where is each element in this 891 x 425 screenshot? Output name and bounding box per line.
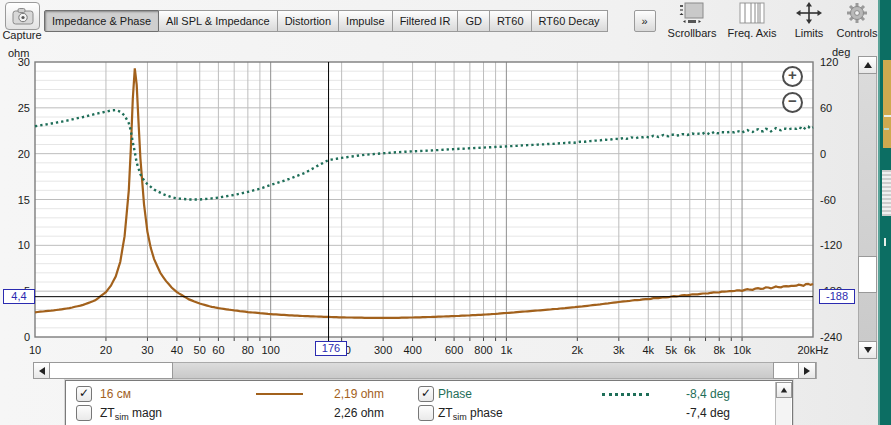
freq-axis-label: Freq. Axis [728,27,777,39]
zoom-out-button[interactable]: − [782,92,803,113]
cursor-freq-box: 176 [315,341,347,356]
scroll-up-button[interactable] [858,56,877,74]
scroll-right-button[interactable] [798,362,816,379]
capture-label: Capture [0,29,44,41]
capture-button[interactable] [5,2,40,30]
tab-impulse[interactable]: Impulse [339,10,393,32]
trace-legend-panel: ✓16 см2,19 ohm✓Phase-8,4 degZTsim magn2,… [65,380,793,425]
series-impedance [35,68,813,318]
deg-tick-label: -60 [820,194,854,206]
deg-tick-label: 120 [820,56,854,68]
toolbar: Capture Impedance & PhaseAll SPL & Imped… [0,0,878,45]
freq-tick-label: 20 [84,344,128,356]
trace-cursor-value: 2,26 ohm [334,406,384,420]
ohm-tick-label: 0 [2,331,30,343]
background-window-fragment [884,238,886,246]
trace-name: ZTsim magn [100,406,162,422]
deg-tick-label: -240 [820,331,854,343]
scroll-left-button[interactable] [33,362,50,379]
trace-name: ZTsim phase [438,406,503,422]
tab-rt60-decay[interactable]: RT60 Decay [532,10,608,32]
trace-cursor-value: -8,4 deg [686,387,730,401]
freq-tick-label: 10k [720,344,764,356]
ohm-tick-label: 15 [2,194,30,206]
freq-tick-label: 100 [249,344,293,356]
trace-line-sample [602,393,649,396]
trace-name: Phase [438,387,472,401]
tab-all-spl-impedance[interactable]: All SPL & Impedance [159,10,278,32]
graph-tab-bar: Impedance & PhaseAll SPL & ImpedanceDist… [44,10,656,32]
cursor-ohm-box: 4,4 [3,289,35,304]
rew-measurement-window: Capture Impedance & PhaseAll SPL & Imped… [0,0,891,425]
trace-checkbox-left-0[interactable]: ✓ [76,386,92,402]
limits-icon [796,2,822,24]
freq-tick-label: 10 [13,344,57,356]
freq-tick-label: 1k [484,344,528,356]
left-arrow-icon [39,367,45,375]
ohm-tick-label: 30 [2,56,30,68]
controls-gear-icon [846,2,868,24]
scrollbars-button[interactable]: Scrollbars [658,1,726,43]
tab-overflow-button[interactable]: » [634,10,656,32]
tab-gd[interactable]: GD [458,10,490,32]
freq-tick-label: 20kHz [791,344,835,356]
controls-label: Controls [837,27,878,39]
deg-tick-label: -120 [820,239,854,251]
scroll-down-button[interactable] [858,341,877,359]
deg-tick-label: 60 [820,102,854,114]
scrollbars-label: Scrollbars [668,27,717,39]
horizontal-scroll-thumb[interactable] [49,362,173,379]
trace-line-sample [256,393,303,395]
trace-checkbox-left-1[interactable] [76,405,92,421]
trace-cursor-value: -7,4 deg [686,406,730,420]
up-arrow-icon [864,62,872,68]
vertical-scroll-thumb[interactable] [858,256,877,293]
tab-distortion[interactable]: Distortion [278,10,339,32]
legend-scroll-up-button[interactable] [776,382,792,398]
tab-rt60[interactable]: RT60 [490,10,532,32]
background-window-fragment [883,60,891,148]
series-phase [35,110,813,199]
background-window-fragment [882,170,891,216]
cursor-deg-box: -188 [819,289,855,304]
trace-checkbox-right-1[interactable] [418,405,434,421]
ohm-tick-label: 25 [2,102,30,114]
deg-tick-label: 0 [820,148,854,160]
tab-impedance-phase[interactable]: Impedance & Phase [44,10,159,32]
scrollbars-icon [679,2,705,24]
camera-icon [12,7,34,25]
freq-tick-label: 2k [555,344,599,356]
tab-filtered-ir[interactable]: Filtered IR [393,10,459,32]
legend-scrollbar[interactable] [775,382,791,425]
freq-axis-icon [739,2,765,24]
trace-cursor-value: 2,19 ohm [334,387,384,401]
freq-tick-label: 400 [391,344,435,356]
up-arrow-icon [781,388,787,393]
down-arrow-icon [864,347,872,353]
trace-checkbox-right-0[interactable]: ✓ [418,386,434,402]
scroll-end-box[interactable] [773,362,799,379]
zoom-in-button[interactable]: + [782,66,803,87]
legend-row: ✓16 см2,19 ohm✓Phase-8,4 deg [66,386,792,403]
trace-name: 16 см [100,387,131,401]
background-window-strip [878,0,891,425]
limits-label: Limits [795,27,824,39]
legend-row: ZTsim magn2,26 ohmZTsim phase-7,4 deg [66,405,792,422]
background-window-fragment [884,115,891,117]
background-window-fragment [884,128,889,130]
right-arrow-icon [804,367,810,375]
ohm-tick-label: 10 [2,239,30,251]
ohm-tick-label: 20 [2,148,30,160]
